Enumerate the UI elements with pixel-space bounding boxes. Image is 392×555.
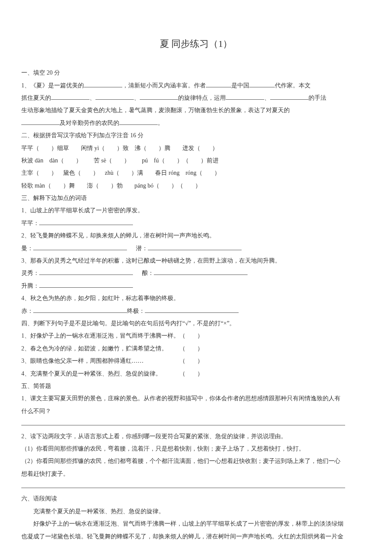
label: 赤： xyxy=(21,308,33,314)
blank[interactable] xyxy=(51,93,89,100)
text: 及对辛勤劳作的农民的 xyxy=(60,120,119,126)
s2-line2: 秋波 dàn dàn（ ） 苦 sè（ ） pú fú（ ）（ ）前进 xyxy=(21,154,371,167)
blank[interactable] xyxy=(270,93,308,100)
s5-q1b: 什么不同？ xyxy=(21,405,371,417)
text: 的旋律特点，运用 xyxy=(178,95,226,101)
s3-q1: 1、山坡上的芊芊细草长成了一片密密的厚发。 xyxy=(21,204,371,217)
blank[interactable] xyxy=(39,269,133,275)
text: 、 xyxy=(134,95,140,101)
text: 代作家。本文 xyxy=(275,82,311,89)
s1-q1-line2: 抓住夏天的、、的旋律特点，运用、的手法 xyxy=(21,92,371,104)
section-6-head: 六、语段阅读 xyxy=(21,492,371,505)
text: ，清新短小而又内涵丰富。作者 xyxy=(122,82,206,89)
s6-p2: 好像炉子上的一锅水在逐渐泛泡、冒气而终于沸腾一样，山坡上的芊芊细草长成了一片密密… xyxy=(21,517,371,530)
section-4-head: 四、判断下列句子是不是比喻句。是比喻句的在句后括号内打“√”，不是的打“×”。 xyxy=(21,317,371,330)
blank[interactable] xyxy=(95,93,134,100)
blank[interactable] xyxy=(145,306,239,313)
s3-q3-blank2: 升腾： xyxy=(21,280,371,292)
text: 、 xyxy=(264,95,270,101)
s5-q1a: 1、课文主要写夏天田野的景色，庄稼的景色。从作者的视野和描写中，你体会作者的思想… xyxy=(21,392,371,405)
blank[interactable] xyxy=(226,93,264,100)
s4-q3: 3、眼睛也像他父亲一样，周围都肿得通红…… （ ） xyxy=(21,355,371,367)
label: 酿： xyxy=(142,270,154,276)
blank[interactable] xyxy=(249,81,275,87)
s2-line4: 轻歌 màn（ ）舞 澎（ ）勃 páng bó（ ）（ ） xyxy=(21,179,371,192)
s5-q2b: （2）你看田间那些挥镰的农民，他们都弯着腰，个个都汗流满面，他们一心想着赶快收割… xyxy=(21,455,371,467)
label: 潜： xyxy=(136,245,148,251)
s3-q1-blank: 芊芊： xyxy=(21,217,371,229)
answer-line[interactable] xyxy=(21,417,371,430)
blank[interactable] xyxy=(119,119,158,125)
s4-q2: 2、春之色为冷的绿，如碧波，如嫩竹，贮满希望之情。 （ ） xyxy=(21,342,371,355)
blank[interactable] xyxy=(140,93,178,100)
text: 是中国 xyxy=(231,82,249,89)
s4-q1: 1、好像炉子上的一锅水在逐渐泛泡，冒气而终于沸腾一样。（ ） xyxy=(21,330,371,342)
s6-p3: 也凝成了一堵黛色长墙。轻飞曼舞的蜂蝶不见了，却换来烦人的蝉儿，潜在树叶间一声声地… xyxy=(21,530,371,543)
s5-q2c: 想着赶快打麦子。 xyxy=(21,468,371,480)
section-1-head: 一、填空 20 分 xyxy=(21,66,371,79)
s3-q4: 4、秋之色为热的赤，如夕阳，如红叶，标志着事物的终极。 xyxy=(21,292,371,304)
blank[interactable] xyxy=(21,119,60,125)
blank[interactable] xyxy=(84,81,122,87)
s6-p1: 充满整个夏天的是一种紧张、热烈、急促的旋律。 xyxy=(21,505,371,517)
s1-q1-line3: 生动形象地描绘了夏天金黄色的大地上，暑气蒸腾，麦浪翻滚，万物蓬勃生长的景象，表达… xyxy=(21,104,371,116)
blank[interactable] xyxy=(206,81,231,87)
s4-q4: 4、充满整个夏天的是一种紧张、热烈、急促的旋律。 （ ） xyxy=(21,367,371,380)
label: 曼： xyxy=(21,245,33,251)
s3-q3-blank1: 灵秀：酿： xyxy=(21,267,371,279)
s1-q1-line1: 1、《夏》是一篇优美的，清新短小而又内涵丰富。作者是中国代作家。本文 xyxy=(21,79,371,92)
s5-q2: 2、读下边两段文字，从语言形式上看，你感到哪一段更符合写夏的紧张、急促的旋律，并… xyxy=(21,430,371,442)
label: 芊芊： xyxy=(21,220,39,226)
text: 的手法 xyxy=(308,95,326,101)
s3-q4-blank: 赤：终极： xyxy=(21,305,371,317)
s2-line1: 芊芊（ ）细草 闲情 yì（ ）致 沸（ ）腾 迸发（ ） xyxy=(21,142,371,154)
s3-q2: 2、轻飞曼舞的蜂蝶不见，却换来烦人的蝉儿，潜在树叶间一声声地长鸣。 xyxy=(21,229,371,242)
section-3-head: 三、解释下边加点的词语 xyxy=(21,192,371,204)
blank[interactable] xyxy=(39,219,133,225)
blank[interactable] xyxy=(39,281,133,288)
s3-q2-blank: 曼：潜： xyxy=(21,242,371,254)
text: 、 xyxy=(89,95,95,101)
label: 灵秀： xyxy=(21,270,39,276)
text: 。 xyxy=(158,120,164,126)
label: 终极： xyxy=(127,308,145,314)
text: 抓住夏天的 xyxy=(21,95,51,101)
blank[interactable] xyxy=(148,244,242,250)
section-2-head: 二、根据拼音写汉字或给下列加点字注音 16 分 xyxy=(21,129,371,142)
blank[interactable] xyxy=(154,269,248,275)
s3-q3: 3、那春天的灵秀之气经过半年的积蓄，这时已酿成一种磅礴之势，在田野上滚动，在天地… xyxy=(21,254,371,267)
text: 1、《夏》是一篇优美的 xyxy=(21,82,84,89)
s1-q1-line4: 及对辛勤劳作的农民的。 xyxy=(21,117,371,129)
blank[interactable] xyxy=(33,244,127,250)
s2-line3: 主宰（ ） 黛色（ ） zhù（ ）满 春日 róng róng（ ） xyxy=(21,167,371,179)
section-5-head: 五、简答题 xyxy=(21,380,371,392)
s5-q2a: （1）你看田间那些挥镰的农民，弯着腰，流着汗，只是想着快割，快割；麦子上场了，又… xyxy=(21,442,371,455)
page-title: 夏 同步练习（1） xyxy=(21,34,371,54)
blank[interactable] xyxy=(33,306,127,313)
label: 升腾： xyxy=(21,283,39,289)
answer-line[interactable] xyxy=(21,480,371,492)
